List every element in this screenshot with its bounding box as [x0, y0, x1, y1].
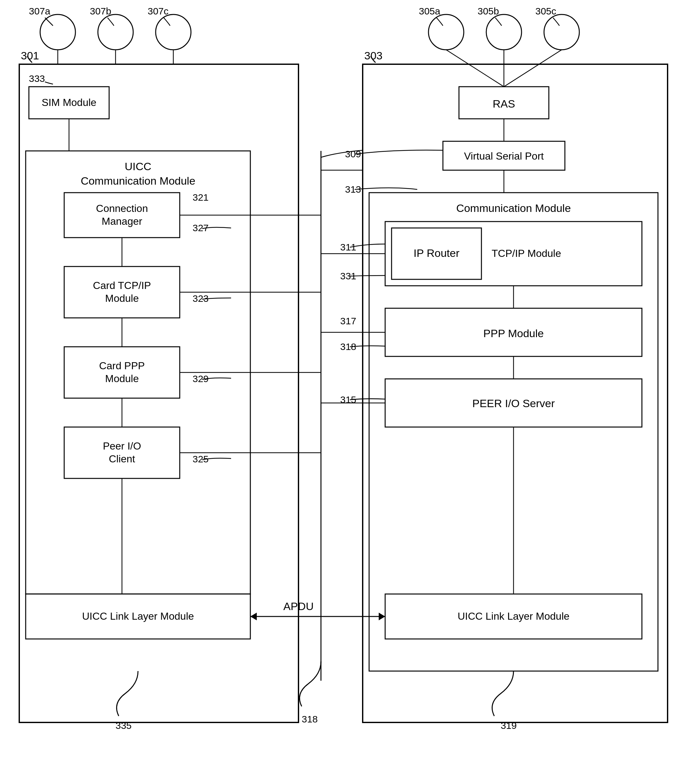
uicc-comm-module-title2: Communication Module: [80, 175, 195, 187]
ref-319: 319: [501, 720, 517, 731]
circle-305c: [544, 14, 579, 50]
circle-305a: [429, 14, 464, 50]
vsp-label: Virtual Serial Port: [464, 150, 544, 162]
ref-307a: 307a: [29, 6, 50, 16]
ref-307b: 307b: [90, 6, 111, 16]
peer-io-client-label2: Client: [109, 453, 135, 465]
connection-manager-box: [64, 193, 180, 238]
uicc-link-right-label: UICC Link Layer Module: [458, 610, 570, 622]
card-tcpip-box: [64, 267, 180, 318]
ref-305b: 305b: [478, 6, 499, 16]
card-ppp-label2: Module: [105, 373, 139, 384]
ip-router-label: IP Router: [413, 247, 459, 259]
right-comm-module-label: Communication Module: [456, 202, 571, 214]
uicc-comm-module-title1: UICC: [125, 160, 151, 172]
circle-307a: [40, 14, 75, 50]
card-tcpip-label1: Card TCP/IP: [93, 280, 151, 291]
ref-317: 317: [340, 315, 356, 326]
circle-305b: [486, 14, 522, 50]
peer-io-client-label1: Peer I/O: [103, 440, 141, 452]
card-ppp-label1: Card PPP: [99, 360, 145, 372]
circle-307c: [156, 14, 191, 50]
conn-mgr-label2: Manager: [102, 216, 143, 227]
tcpip-module-label: TCP/IP Module: [492, 248, 561, 259]
ref-305c: 305c: [535, 6, 556, 16]
card-ppp-box: [64, 347, 180, 398]
ref-311: 311: [340, 242, 356, 253]
card-tcpip-label2: Module: [105, 293, 139, 304]
apdu-label: APDU: [283, 600, 313, 612]
ref-321: 321: [193, 192, 209, 203]
ppp-module-label: PPP Module: [483, 327, 544, 339]
ref-307c: 307c: [148, 6, 169, 16]
conn-mgr-label1: Connection: [96, 203, 148, 214]
ref-335: 335: [116, 720, 132, 731]
ras-label: RAS: [493, 98, 515, 110]
ref-305a: 305a: [419, 6, 440, 16]
sim-module-label: SIM Module: [42, 97, 96, 108]
ref-318-bottom: 318: [302, 714, 318, 724]
circle-307b: [98, 14, 133, 50]
ref-333: 333: [29, 73, 45, 84]
peer-io-server-label: PEER I/O Server: [472, 397, 555, 409]
uicc-link-left-label: UICC Link Layer Module: [82, 610, 194, 622]
peer-io-client-box: [64, 427, 180, 478]
